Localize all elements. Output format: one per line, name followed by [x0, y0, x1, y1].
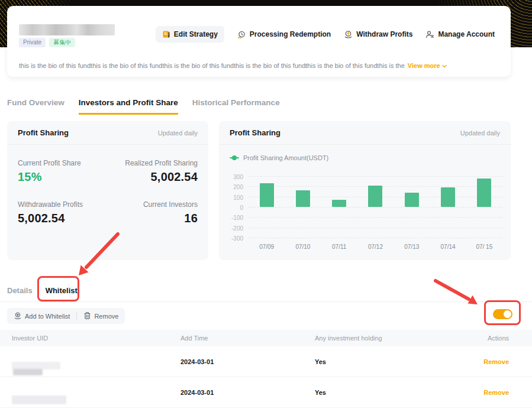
table-column-header: Investor UID [12, 335, 180, 342]
fund-badge: Private [19, 38, 46, 47]
chart-x-tick-label: 07/14 [430, 244, 466, 250]
summary-stat: Realized Profit Sharing 5,002.54 [108, 159, 198, 184]
table-column-header: Any investment holding [315, 335, 488, 342]
holding-cell: Yes [315, 389, 483, 396]
chart-bar [477, 179, 491, 207]
manage-account-button[interactable]: Manage Account [425, 30, 495, 39]
chart-bar-cell [466, 176, 502, 238]
view-more-link[interactable]: View more [408, 62, 447, 69]
chart-y-tick-label: -200 [231, 225, 243, 231]
add-time-cell: 2024-03-01 [180, 389, 315, 396]
edit-document-icon [162, 30, 170, 38]
summary-stat: Current Profit Share 15% [18, 159, 108, 184]
chart-bar-cell [394, 176, 430, 238]
add-to-whitelist-label: Add to Whitelist [25, 313, 70, 320]
stat-label: Realized Profit Sharing [108, 159, 198, 167]
header-actions: Edit Strategy Processing Redemption With… [156, 25, 495, 43]
annotation-arrow-to-toggle [436, 281, 478, 304]
summary-stats: Current Profit Share 15% Realized Profit… [7, 145, 208, 225]
account-icon [425, 30, 434, 39]
chart-x-tick-label: 07/12 [357, 244, 394, 250]
chart-bar-cell [321, 176, 357, 238]
stat-label: Withdrawable Profits [18, 200, 108, 209]
toolbar-divider [76, 312, 77, 320]
annotation-box-toggle [484, 300, 521, 325]
processing-redemption-button[interactable]: Processing Redemption [237, 30, 331, 39]
chart-bar-cell [430, 176, 466, 238]
fund-bio-row: this is the bio of this fundthis is the … [19, 62, 498, 69]
chart-x-tick-label: 07/ 15 [466, 244, 502, 250]
manage-account-label: Manage Account [438, 30, 495, 38]
remove-button[interactable]: Remove [83, 312, 118, 321]
summary-updated-label: Updated daily [158, 129, 198, 137]
chart-updated-label: Updated daily [460, 129, 500, 137]
legend-label: Profit Sharing Amount(USDT) [243, 154, 328, 161]
chart-card-header: Profit Sharing Updated daily [219, 121, 511, 145]
withdraw-icon [344, 30, 353, 39]
chart-y-tick-label: 300 [233, 174, 243, 180]
fund-bio-text: this is the bio of this fundthis is the … [19, 62, 405, 69]
withdraw-profits-button[interactable]: Withdraw Profits [344, 30, 412, 39]
whitelist-table-header: Investor UID Add Time Any investment hol… [0, 330, 532, 346]
summary-card-title: Profit Sharing [18, 128, 69, 137]
chart-x-tick-label: 07/11 [321, 244, 357, 250]
chart-bar [441, 187, 455, 207]
whitelist-toolbar: Add to Whitelist Remove [7, 308, 125, 324]
stat-label: Current Investors [108, 200, 198, 209]
chart-bar-cell [357, 176, 394, 238]
fund-badges: Private 募集中 [19, 38, 75, 47]
profit-chart-card: Profit Sharing Updated daily Profit Shar… [219, 121, 511, 260]
edit-strategy-button[interactable]: Edit Strategy [156, 26, 224, 43]
chart-bar-cell [249, 176, 285, 238]
redemption-icon [237, 30, 246, 39]
view-more-label: View more [408, 62, 440, 69]
chart-y-tick-label: 0 [240, 205, 243, 211]
main-tabs: Fund Overview Investors and Profit Share… [7, 98, 280, 115]
legend-marker-icon [230, 157, 239, 158]
annotation-box-whitelist-tab [37, 276, 79, 301]
whitelist-subtab[interactable]: Details [7, 286, 33, 296]
table-row: 2024-03-01 Yes Remove [0, 346, 532, 377]
stat-value: 15% [18, 170, 108, 184]
add-to-whitelist-button[interactable]: Add to Whitelist [14, 312, 70, 321]
main-tab[interactable]: Investors and Profit Share [79, 98, 178, 115]
chart-card-title: Profit Sharing [230, 128, 280, 137]
chart-bar [332, 200, 346, 207]
fund-header-card: Private 募集中 Edit Strategy Processing Red… [7, 6, 511, 77]
summary-card-header: Profit Sharing Updated daily [7, 121, 208, 145]
row-remove-link[interactable]: Remove [483, 358, 509, 365]
add-time-cell: 2024-03-01 [180, 358, 315, 365]
table-row: 2024-03-01 Yes Remove [0, 377, 532, 408]
chart-bar [260, 183, 274, 207]
summary-stat: Withdrawable Profits 5,002.54 [18, 200, 108, 225]
main-tab[interactable]: Historical Performance [192, 98, 280, 115]
remove-button-label: Remove [94, 313, 118, 320]
stat-label: Current Profit Share [18, 159, 108, 167]
chart-x-tick-label: 07/13 [394, 244, 430, 250]
stat-value: 5,002.54 [108, 170, 198, 184]
chart-bar [405, 193, 419, 207]
processing-redemption-label: Processing Redemption [250, 30, 331, 38]
chart-y-tick-label: -100 [231, 215, 243, 221]
chart-legend: Profit Sharing Amount(USDT) [230, 154, 328, 161]
chart-x-tick-label: 07/09 [249, 244, 285, 250]
chart-bar-cell [285, 176, 321, 238]
summary-stat: Current Investors 16 [108, 200, 198, 225]
divider [0, 301, 532, 302]
chart-y-tick-label: 200 [233, 184, 243, 190]
table-column-header: Actions [488, 335, 509, 342]
holding-cell: Yes [315, 358, 483, 365]
chart-x-tick-label: 07/10 [285, 244, 321, 250]
chart-bar [368, 186, 382, 207]
chart-bar [296, 190, 310, 207]
fund-badge: 募集中 [49, 38, 75, 47]
chart-x-labels: 07/0907/1007/1107/1207/1307/1407/ 15 [249, 244, 502, 250]
main-tab[interactable]: Fund Overview [7, 98, 65, 115]
chevron-down-icon [442, 62, 447, 69]
row-remove-link[interactable]: Remove [483, 389, 509, 396]
chart-y-tick-label: -300 [231, 235, 243, 242]
chart-gridline: -300 [249, 238, 502, 238]
chart-plot: 3002001000-100-200-300 [249, 176, 502, 238]
page: Private 募集中 Edit Strategy Processing Red… [0, 0, 532, 412]
profit-summary-card: Profit Sharing Updated daily Current Pro… [7, 121, 208, 260]
